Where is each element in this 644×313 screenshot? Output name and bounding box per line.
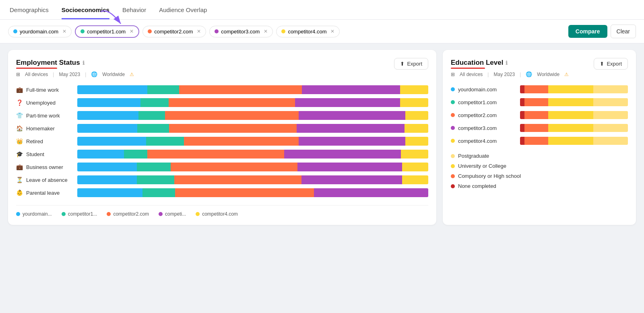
bar-segment xyxy=(297,163,402,171)
employment-info-icon[interactable]: ℹ xyxy=(83,60,85,66)
top-nav: DemographicsSocioeconomicsBehaviorAudien… xyxy=(0,0,644,20)
education-stacked-bar xyxy=(520,137,628,145)
bar-segment xyxy=(405,137,428,146)
employment-row-label: ❓Unemployed xyxy=(16,99,72,106)
domain-close-yourdomain[interactable]: ✕ xyxy=(62,29,66,34)
employment-row: ⏳Leave of absence xyxy=(16,175,428,184)
domain-bar: yourdomain.com ✕ competitor1.com ✕ compe… xyxy=(0,20,644,43)
edu-bar-segment xyxy=(524,111,548,119)
education-export-button[interactable]: ⬆ Export xyxy=(594,58,628,70)
education-legend-item: Postgraduate xyxy=(451,153,628,159)
education-meta: ⊞ All devices | May 2023 | 🌐 Worldwide ⚠ xyxy=(451,71,628,77)
employment-legend-item: competitor1... xyxy=(62,211,97,217)
domain-close-competitor2[interactable]: ✕ xyxy=(197,29,201,34)
edu-bar-segment xyxy=(548,124,594,132)
education-dot xyxy=(451,87,455,91)
edu-legend-label: None completed xyxy=(458,183,496,189)
employment-row: ❓Unemployed xyxy=(16,98,428,107)
bar-segment xyxy=(402,175,428,184)
bar-segment xyxy=(77,150,124,159)
bar-segment xyxy=(314,188,428,197)
employment-row-label: 👑Retired xyxy=(16,138,72,144)
bar-segment xyxy=(147,150,284,159)
bar-segment xyxy=(284,150,401,159)
education-row-label: competitor2.com xyxy=(451,112,515,118)
employment-row-icon: 👑 xyxy=(16,138,23,144)
employment-row-label: 🎓Student xyxy=(16,151,72,157)
bar-segment xyxy=(184,137,298,146)
domain-dot-competitor1 xyxy=(80,29,85,33)
bar-segment xyxy=(400,85,428,94)
edu-legend-dot xyxy=(451,174,455,178)
employment-meta: ⊞ All devices | May 2023 | 🌐 Worldwide ⚠ xyxy=(16,71,428,77)
employment-row: 👶Parental leave xyxy=(16,188,428,197)
employment-row: 👑Retired xyxy=(16,137,428,146)
employment-export-button[interactable]: ⬆ Export xyxy=(394,58,428,70)
bar-segment xyxy=(405,124,428,133)
education-row-label: yourdomain.com xyxy=(451,86,515,93)
bar-segment xyxy=(295,98,400,107)
legend-label: competitor4.com xyxy=(202,211,238,217)
employment-row-icon: ⏳ xyxy=(16,177,23,183)
employment-card: Employment Status ℹ ⬆ Export ⊞ All devic… xyxy=(8,50,436,225)
education-legend-item: Compulsory or High school xyxy=(451,173,628,179)
edu-bar-segment xyxy=(520,124,524,132)
education-dot xyxy=(451,100,455,104)
bar-segment xyxy=(299,111,405,120)
domain-dot-competitor4 xyxy=(281,29,285,33)
employment-row-label: 👶Parental leave xyxy=(16,189,72,196)
domain-dot-yourdomain xyxy=(13,29,17,33)
edu-bar-segment xyxy=(548,137,594,145)
bar-segment xyxy=(402,163,428,171)
education-legend-item: University or College xyxy=(451,163,628,169)
domain-tag-competitor2[interactable]: competitor2.com ✕ xyxy=(142,26,206,37)
legend-label: competitor1... xyxy=(68,211,97,217)
nav-item-audience-overlap[interactable]: Audience Overlap xyxy=(159,6,207,19)
domain-tag-competitor4[interactable]: competitor4.com ✕ xyxy=(276,26,340,37)
employment-row-icon: ❓ xyxy=(16,99,23,106)
bar-segment xyxy=(302,85,400,94)
domain-label-competitor3: competitor3.com xyxy=(221,29,260,35)
bar-segment xyxy=(138,111,165,120)
bar-segment xyxy=(77,124,137,133)
domain-tag-competitor1[interactable]: competitor1.com ✕ xyxy=(75,25,139,38)
education-row-label: competitor3.com xyxy=(451,125,515,131)
bar-segment xyxy=(77,111,138,120)
education-info-icon[interactable]: ℹ xyxy=(506,60,508,66)
employment-stacked-bar xyxy=(77,137,428,146)
nav-item-demographics[interactable]: Demographics xyxy=(10,6,49,19)
education-row: competitor3.com xyxy=(451,124,628,132)
edu-bar-segment xyxy=(593,111,628,119)
employment-stacked-bar xyxy=(77,111,428,120)
compare-button[interactable]: Compare xyxy=(568,25,607,38)
employment-legend-item: yourdomain... xyxy=(16,211,52,217)
edu-bar-segment xyxy=(593,137,628,145)
legend-label: competitor2.com xyxy=(113,211,149,217)
education-stacked-bar xyxy=(520,124,628,132)
domain-label-competitor1: competitor1.com xyxy=(87,29,126,35)
bar-segment xyxy=(77,137,146,146)
edu-bar-segment xyxy=(548,98,594,106)
nav-item-behavior[interactable]: Behavior xyxy=(122,6,146,19)
legend-dot xyxy=(159,212,163,216)
domain-close-competitor4[interactable]: ✕ xyxy=(330,29,334,34)
clear-button[interactable]: Clear xyxy=(611,25,636,38)
domain-tag-competitor3[interactable]: competitor3.com ✕ xyxy=(209,26,273,37)
employment-legend-item: competitor2.com xyxy=(107,211,149,217)
bar-segment xyxy=(137,124,169,133)
edu-legend-label: University or College xyxy=(458,163,506,169)
domain-close-competitor1[interactable]: ✕ xyxy=(130,29,134,34)
nav-item-socioeconomics[interactable]: Socioeconomics xyxy=(62,6,109,19)
domain-dot-competitor2 xyxy=(148,29,152,33)
edu-bar-segment xyxy=(524,137,548,145)
domain-close-competitor3[interactable]: ✕ xyxy=(264,29,268,34)
bar-segment xyxy=(77,98,140,107)
export-icon: ⬆ xyxy=(400,61,405,67)
bar-segment xyxy=(175,188,314,197)
education-card: Education Level ℹ ⬆ Export ⊞ All devices… xyxy=(443,50,636,225)
edu-legend-dot xyxy=(451,184,455,188)
bar-segment xyxy=(124,150,147,159)
education-dot xyxy=(451,113,455,117)
edu-bar-segment xyxy=(548,85,594,93)
domain-tag-yourdomain[interactable]: yourdomain.com ✕ xyxy=(8,26,72,37)
